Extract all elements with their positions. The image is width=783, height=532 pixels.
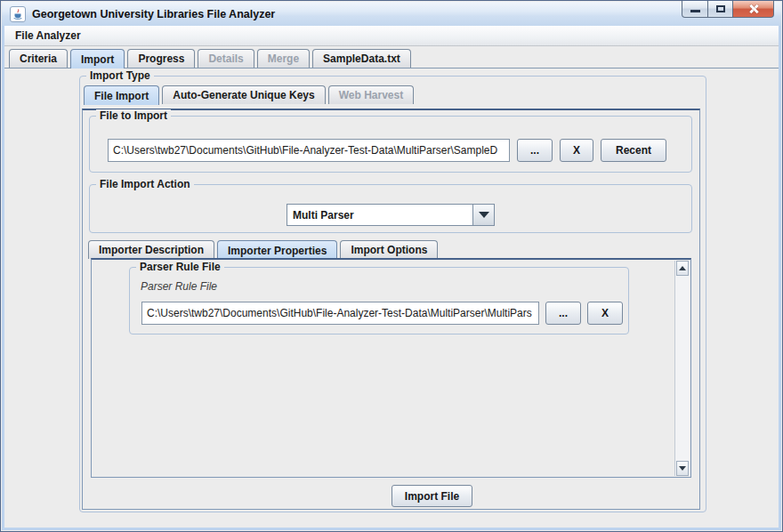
- scroll-down-icon: [679, 466, 686, 471]
- file-import-panel: File to Import ... X Recent File Import …: [82, 109, 700, 510]
- import-file-button[interactable]: Import File: [392, 485, 472, 507]
- tab-file-import[interactable]: File Import: [84, 85, 159, 105]
- tab-web-harvest: Web Harvest: [328, 85, 414, 104]
- window-controls: [682, 1, 774, 18]
- import-type-group: Import Type File Import Auto-Generate Un…: [79, 76, 706, 512]
- tab-importer-properties[interactable]: Importer Properties: [217, 240, 337, 260]
- menubar: File Analyzer: [4, 26, 779, 46]
- parser-rule-field-label: Parser Rule File: [141, 280, 217, 293]
- scroll-up-icon: [679, 266, 686, 270]
- import-tab-content: Import Type File Import Auto-Generate Un…: [4, 69, 779, 528]
- menu-item-file-analyzer[interactable]: File Analyzer: [8, 27, 88, 44]
- close-icon: [748, 4, 759, 14]
- window-title: Georgetown University Libraries File Ana…: [32, 8, 275, 20]
- tab-details: Details: [198, 49, 254, 68]
- file-to-import-group: File to Import ... X Recent: [89, 116, 692, 173]
- minimize-icon: [690, 10, 700, 12]
- browse-button[interactable]: ...: [517, 139, 553, 162]
- tab-import[interactable]: Import: [70, 49, 125, 69]
- tab-progress[interactable]: Progress: [127, 49, 195, 68]
- file-import-action-group-title: File Import Action: [96, 178, 194, 190]
- importer-tabstrip: Importer Description Importer Properties…: [88, 240, 440, 259]
- parser-rule-row: ... X: [141, 302, 623, 325]
- tab-sampledata-txt[interactable]: SampleData.txt: [312, 49, 411, 68]
- parser-browse-button[interactable]: ...: [545, 302, 581, 325]
- file-path-input[interactable]: [108, 139, 510, 162]
- import-action-select[interactable]: Multi Parser: [287, 204, 495, 226]
- import-type-group-title: Import Type: [86, 69, 154, 82]
- chevron-down-icon: [479, 212, 489, 218]
- parser-clear-button[interactable]: X: [587, 302, 623, 325]
- main-tabstrip: Criteria Import Progress Details Merge S…: [4, 46, 779, 69]
- recent-button[interactable]: Recent: [601, 139, 666, 162]
- parser-rule-file-group: Parser Rule File Parser Rule File ... X: [129, 267, 629, 335]
- import-type-tabstrip: File Import Auto-Generate Unique Keys We…: [84, 85, 416, 104]
- tab-importer-description[interactable]: Importer Description: [88, 240, 214, 259]
- vertical-scrollbar[interactable]: [674, 261, 690, 476]
- file-to-import-group-title: File to Import: [96, 109, 171, 122]
- importer-properties-panel: Parser Rule File Parser Rule File ... X: [91, 258, 691, 478]
- parser-rule-path-input[interactable]: [141, 302, 539, 325]
- minimize-button[interactable]: [682, 1, 708, 18]
- scroll-down-button[interactable]: [676, 461, 689, 476]
- java-app-icon: [10, 6, 26, 22]
- close-button[interactable]: [733, 1, 774, 18]
- file-to-import-row: ... X Recent: [108, 139, 666, 162]
- import-action-selected-value: Multi Parser: [287, 204, 472, 226]
- tab-criteria[interactable]: Criteria: [9, 49, 68, 68]
- maximize-button[interactable]: [708, 1, 733, 18]
- tab-merge: Merge: [257, 49, 310, 68]
- titlebar[interactable]: Georgetown University Libraries File Ana…: [2, 2, 781, 26]
- parser-rule-group-title: Parser Rule File: [136, 261, 224, 273]
- tab-auto-generate-unique-keys[interactable]: Auto-Generate Unique Keys: [162, 85, 325, 104]
- import-action-dropdown-button[interactable]: [472, 204, 495, 226]
- clear-button[interactable]: X: [560, 139, 593, 162]
- tab-import-options[interactable]: Import Options: [340, 240, 438, 259]
- scroll-up-button[interactable]: [676, 261, 689, 276]
- file-import-action-group: File Import Action Multi Parser: [89, 184, 692, 233]
- maximize-icon: [716, 5, 725, 12]
- app-window: Georgetown University Libraries File Ana…: [0, 0, 783, 532]
